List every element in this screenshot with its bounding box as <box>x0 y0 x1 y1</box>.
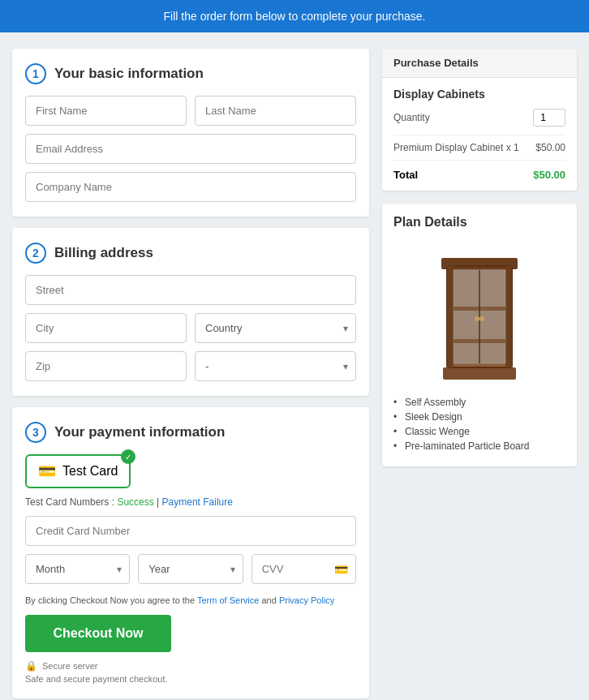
svg-rect-5 <box>505 266 512 367</box>
credit-card-icon: 💳 <box>38 462 56 480</box>
test-card-failure-link[interactable]: Payment Failure <box>162 496 233 508</box>
top-banner: Fill the order form below to complete yo… <box>0 0 589 32</box>
secure-server-row: 🔒 Secure server <box>25 660 356 672</box>
basic-info-heading: 1 Your basic information <box>25 63 356 84</box>
left-panel: 1 Your basic information <box>12 49 369 700</box>
section-number-1: 1 <box>25 63 46 84</box>
cvv-card-icon: 💳 <box>334 563 348 576</box>
city-country-row: Country ▾ <box>25 313 356 343</box>
section-number-3: 3 <box>25 422 46 443</box>
month-select[interactable]: Month 010203 040506 070809 101112 <box>25 554 130 584</box>
country-wrapper: Country ▾ <box>195 313 356 343</box>
plan-feature-item: Self Assembly <box>393 397 565 408</box>
state-wrapper: - ▾ <box>195 351 356 381</box>
plan-features: Self AssemblySleek DesignClassic WengePr… <box>393 397 565 452</box>
last-name-field <box>195 96 356 126</box>
plan-details-box: Plan Details <box>382 204 577 466</box>
city-input[interactable] <box>25 313 187 343</box>
company-row <box>25 172 356 202</box>
banner-text: Fill the order form below to complete yo… <box>164 10 426 23</box>
privacy-policy-link[interactable]: Privacy Policy <box>279 595 334 605</box>
terms-of-service-link[interactable]: Term of Service <box>197 595 259 605</box>
zip-state-row: - ▾ <box>25 351 356 381</box>
street-field <box>25 275 356 305</box>
total-label: Total <box>393 169 418 181</box>
billing-heading: 2 Billing address <box>25 243 356 264</box>
svg-rect-4 <box>447 266 454 367</box>
purchase-details-body: Display Cabinets Quantity Premium Displa… <box>382 78 577 191</box>
first-name-input[interactable] <box>25 96 187 126</box>
year-wrapper: Year 202420252026 202720282029 ▾ <box>138 554 243 584</box>
svg-rect-0 <box>443 367 516 380</box>
terms-text: By clicking Checkout Now you agree to th… <box>25 595 356 605</box>
secure-desc: Safe and secure payment checkout. <box>25 674 356 684</box>
year-select[interactable]: Year 202420252026 202720282029 <box>138 554 243 584</box>
test-card-prefix: Test Card Numbers : <box>25 496 114 508</box>
city-field <box>25 313 187 343</box>
card-label: Test Card <box>62 464 118 479</box>
quantity-input[interactable] <box>533 109 565 127</box>
month-year-cvv-row: Month 010203 040506 070809 101112 ▾ Year… <box>25 554 356 584</box>
billing-title: Billing address <box>54 245 153 261</box>
plan-feature-item: Pre-laminated Particle Board <box>393 440 565 452</box>
terms-before: By clicking Checkout Now you agree to th… <box>25 595 197 605</box>
price-row: Premium Display Cabinet x 1 $50.00 <box>393 135 565 160</box>
company-field <box>25 172 356 202</box>
right-panel: Purchase Details Display Cabinets Quanti… <box>382 49 577 700</box>
basic-info-section: 1 Your basic information <box>12 49 369 217</box>
zip-input[interactable] <box>25 351 187 381</box>
card-check-icon: ✓ <box>121 449 135 464</box>
svg-point-11 <box>479 316 484 321</box>
cabinet-svg <box>435 242 524 384</box>
card-option[interactable]: 💳 Test Card ✓ <box>25 454 131 488</box>
zip-field <box>25 351 187 381</box>
section-number-2: 2 <box>25 243 46 264</box>
main-content: 1 Your basic information <box>0 32 589 700</box>
price-label: Premium Display Cabinet x 1 <box>393 142 519 153</box>
product-title: Display Cabinets <box>393 88 565 101</box>
purchase-details-header: Purchase Details <box>382 49 577 78</box>
email-field <box>25 134 356 164</box>
quantity-row: Quantity <box>393 109 565 127</box>
test-card-success-link[interactable]: Success <box>117 496 153 508</box>
cc-number-row <box>25 516 356 546</box>
purchase-details-box: Purchase Details Display Cabinets Quanti… <box>382 49 577 191</box>
lock-icon: 🔒 <box>25 660 37 672</box>
email-input[interactable] <box>25 134 356 164</box>
country-select[interactable]: Country <box>195 313 356 343</box>
plan-feature-item: Classic Wenge <box>393 426 565 437</box>
svg-point-10 <box>475 316 479 321</box>
name-row <box>25 96 356 126</box>
billing-section: 2 Billing address Country <box>12 228 369 396</box>
test-card-info: Test Card Numbers : Success | Payment Fa… <box>25 496 356 508</box>
checkout-now-button[interactable]: Checkout Now <box>25 615 171 652</box>
state-select[interactable]: - <box>195 351 356 381</box>
cc-number-input[interactable] <box>25 516 356 546</box>
cabinet-image <box>393 239 565 385</box>
last-name-input[interactable] <box>195 96 356 126</box>
price-value: $50.00 <box>535 142 565 153</box>
quantity-label: Quantity <box>393 112 430 123</box>
month-wrapper: Month 010203 040506 070809 101112 ▾ <box>25 554 130 584</box>
total-value: $50.00 <box>533 169 565 181</box>
basic-info-title: Your basic information <box>54 66 204 82</box>
secure-label: Secure server <box>42 661 97 671</box>
terms-middle: and <box>261 595 278 605</box>
first-name-field <box>25 96 187 126</box>
cc-number-field <box>25 516 356 546</box>
page-wrapper: Fill the order form below to complete yo… <box>0 0 589 700</box>
payment-heading: 3 Your payment information <box>25 422 356 443</box>
plan-title: Plan Details <box>393 215 565 230</box>
payment-title: Your payment information <box>54 424 225 440</box>
cvv-wrapper: 💳 <box>252 554 356 584</box>
total-row: Total $50.00 <box>393 160 565 181</box>
street-input[interactable] <box>25 275 356 305</box>
company-input[interactable] <box>25 172 356 202</box>
email-row <box>25 134 356 164</box>
payment-section: 3 Your payment information 💳 Test Card ✓… <box>12 407 369 698</box>
street-row <box>25 275 356 305</box>
plan-feature-item: Sleek Design <box>393 411 565 423</box>
